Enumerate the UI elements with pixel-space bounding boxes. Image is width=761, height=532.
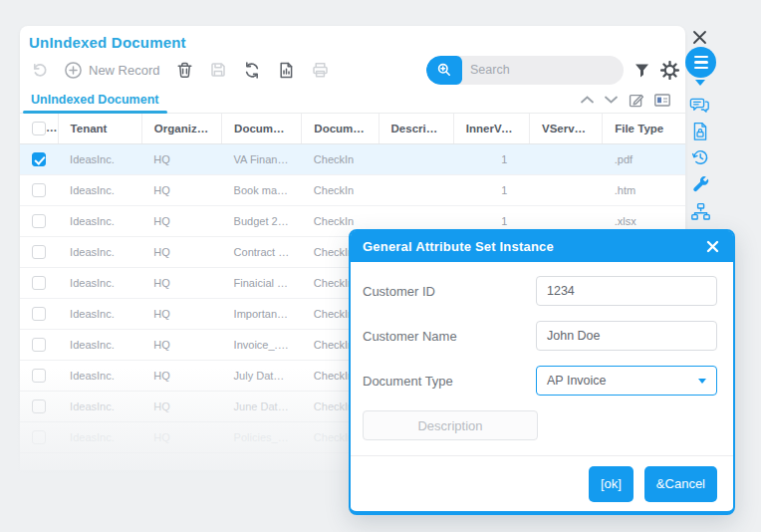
row-checkbox[interactable] <box>32 276 46 290</box>
column-header-description[interactable]: Description <box>379 114 453 143</box>
version-history-icon <box>690 147 710 167</box>
org-chart-icon <box>690 202 711 221</box>
settings-button[interactable] <box>660 61 679 80</box>
undo-button[interactable] <box>29 59 51 81</box>
save-button[interactable] <box>207 59 229 81</box>
cell-organization: HQ <box>141 421 221 452</box>
delete-button[interactable] <box>173 59 196 82</box>
modal-header: General Attribute Set Instance <box>351 231 733 262</box>
document-type-select[interactable]: AP Invoice <box>536 366 717 396</box>
document-lock-button[interactable] <box>691 122 709 141</box>
new-record-button[interactable]: New Record <box>62 59 162 82</box>
caret-down-icon[interactable] <box>695 80 705 86</box>
save-icon <box>209 61 227 79</box>
collapse-up-button[interactable] <box>580 95 595 105</box>
cell-document: Finaicial year ... <box>222 267 302 298</box>
close-icon <box>691 29 708 46</box>
cell-tenant: IdeasInc. <box>58 205 141 236</box>
undo-icon <box>31 61 49 79</box>
comments-icon <box>689 96 710 115</box>
refresh-button[interactable] <box>240 59 264 82</box>
refresh-icon <box>242 61 262 80</box>
row-checkbox[interactable] <box>32 307 46 321</box>
cell-organization: HQ <box>141 267 221 298</box>
document-type-value: AP Invoice <box>547 374 607 388</box>
cell-tenant: IdeasInc. <box>58 143 141 174</box>
ok-button[interactable]: [ok] <box>589 466 634 502</box>
row-checkbox[interactable] <box>32 214 46 228</box>
edit-icon <box>628 92 644 109</box>
field-row-customer-name: Customer Name <box>363 321 717 351</box>
zoom-in-badge-icon[interactable] <box>426 56 462 85</box>
row-checkbox[interactable] <box>32 399 46 413</box>
cell-document: Budget 2020_... <box>222 205 302 236</box>
customer-id-label: Customer ID <box>363 284 536 299</box>
row-checkbox[interactable] <box>32 338 46 352</box>
card-view-button[interactable] <box>653 93 671 108</box>
table-row[interactable]: IdeasInc. HQ VA Financial R... CheckIn 1… <box>20 143 685 174</box>
search-bar <box>426 56 624 85</box>
filter-button[interactable] <box>634 62 650 79</box>
cancel-button[interactable]: &Cancel <box>644 466 717 502</box>
cell-file-type: .htm <box>603 174 685 205</box>
cell-tenant: IdeasInc. <box>58 329 141 360</box>
row-checkbox[interactable] <box>32 152 46 166</box>
field-row-document-type: Document Type AP Invoice <box>363 366 717 396</box>
chevron-down-icon <box>604 95 619 105</box>
column-header-file-type[interactable]: File Type <box>603 114 685 143</box>
row-checkbox[interactable] <box>32 245 46 259</box>
column-header-innerversion[interactable]: InnerVersion <box>453 114 529 143</box>
window-close-button[interactable] <box>691 29 708 46</box>
cell-description <box>379 143 453 174</box>
version-history-button[interactable] <box>690 147 710 167</box>
page-title: UnIndexed Document <box>29 34 675 51</box>
column-header-tenant[interactable]: Tenant <box>58 114 141 143</box>
cell-tenant: IdeasInc. <box>58 421 141 452</box>
cell-inner-version: 1 <box>453 174 529 205</box>
menu-button[interactable] <box>685 47 716 78</box>
column-header-document[interactable]: Document <box>222 114 302 143</box>
close-icon <box>706 240 719 253</box>
column-header-organization[interactable]: Organization <box>141 114 221 143</box>
description-button[interactable]: Description <box>363 410 538 440</box>
cell-tenant: IdeasInc. <box>58 267 141 298</box>
export-document-button[interactable] <box>275 59 298 82</box>
customer-name-field[interactable] <box>536 321 717 351</box>
document-lock-icon <box>691 122 709 141</box>
column-header-vserver-ip[interactable]: VServer IP <box>529 114 602 143</box>
customer-name-label: Customer Name <box>363 329 536 344</box>
row-checkbox[interactable] <box>32 183 46 197</box>
cell-document: July Data_.xls... <box>222 360 302 391</box>
tab-unindexed-document[interactable]: UnIndexed Document <box>21 87 169 113</box>
cell-document: Policies_.pdf_1... <box>222 421 302 452</box>
tab-bar: UnIndexed Document <box>20 87 685 114</box>
cell-document-status: CheckIn <box>302 143 379 174</box>
cell-file-type: .pdf <box>603 143 685 174</box>
print-button[interactable] <box>309 59 332 82</box>
cell-tenant: IdeasInc. <box>58 360 141 391</box>
title-bar: UnIndexed Document <box>20 26 685 53</box>
cell-vserver-ip <box>529 143 602 174</box>
cell-organization: HQ <box>141 329 221 360</box>
row-checkbox[interactable] <box>32 430 46 444</box>
org-chart-button[interactable] <box>690 202 711 221</box>
cell-organization: HQ <box>141 360 221 391</box>
select-all-checkbox[interactable] <box>32 122 46 135</box>
cell-organization: HQ <box>141 143 221 174</box>
table-row[interactable]: IdeasInc. HQ Book marked_... CheckIn 1 .… <box>20 174 685 205</box>
new-record-label: New Record <box>89 63 160 78</box>
cell-organization: HQ <box>141 205 221 236</box>
cell-document: VA Financial R... <box>222 143 302 174</box>
modal-close-button[interactable] <box>704 238 721 255</box>
tools-button[interactable] <box>691 174 710 193</box>
customer-id-field[interactable] <box>536 276 717 306</box>
edit-record-button[interactable] <box>628 92 644 109</box>
search-input[interactable] <box>462 63 624 77</box>
row-checkbox[interactable] <box>32 369 46 383</box>
trash-icon <box>175 61 194 80</box>
collapse-down-button[interactable] <box>604 95 619 105</box>
toolbar: New Record <box>20 53 685 87</box>
column-header-document-status[interactable]: Document S... <box>302 114 379 143</box>
comments-button[interactable] <box>689 96 710 115</box>
cell-tenant: IdeasInc. <box>58 236 141 267</box>
